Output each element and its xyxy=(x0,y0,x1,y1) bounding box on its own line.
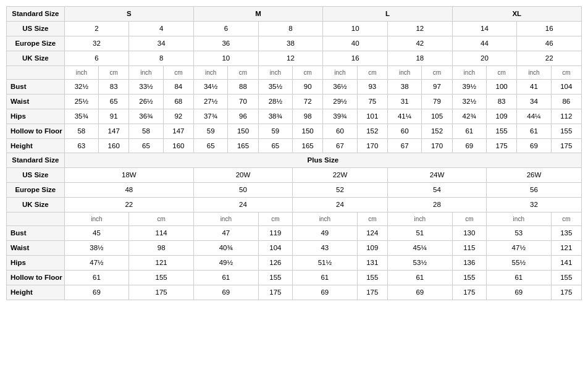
europe-size-label: Europe Size xyxy=(7,36,65,51)
plus-height-cm-0: 175 xyxy=(129,285,194,300)
uk-size-12: 12 xyxy=(258,51,323,65)
inch-label-1: inch xyxy=(64,65,98,79)
plus-bust-inch-0: 45 xyxy=(64,226,129,241)
std-hips-inch-7: 44¼ xyxy=(517,109,551,124)
std-hollow-to-floor-inch-0: 58 xyxy=(64,124,98,138)
plus-measure-label-hollow-to-floor: Hollow to Floor xyxy=(7,271,65,285)
std-waist-cm-3: 72 xyxy=(293,94,323,109)
std-hips-inch-2: 37¾ xyxy=(194,109,228,124)
us-size-12: 12 xyxy=(387,21,452,36)
plus-hollow-to-floor-inch-2: 61 xyxy=(293,271,358,285)
plus-hips-inch-1: 49½ xyxy=(194,256,259,271)
inch-label-8: inch xyxy=(517,65,551,79)
std-waist-cm-5: 79 xyxy=(422,94,452,109)
inch-label-7: inch xyxy=(452,65,486,79)
std-hollow-to-floor-inch-5: 60 xyxy=(387,124,421,138)
std-hips-cm-7: 112 xyxy=(551,109,581,124)
std-bust-inch-6: 39½ xyxy=(452,79,486,94)
std-hips-inch-0: 35¾ xyxy=(64,109,98,124)
plus-bust-inch-3: 51 xyxy=(387,226,452,241)
std-waist-inch-6: 32½ xyxy=(452,94,486,109)
size-table: Standard Size S M L XL US Size 2 4 6 8 1… xyxy=(6,6,582,300)
plus-waist-inch-1: 40¾ xyxy=(194,241,259,256)
std-hollow-to-floor-cm-0: 147 xyxy=(99,124,129,138)
std-bust-cm-5: 97 xyxy=(422,79,452,94)
uk-size-label: UK Size xyxy=(7,51,65,65)
plus-height-cm-2: 175 xyxy=(357,285,387,300)
std-hollow-to-floor-cm-5: 152 xyxy=(422,124,452,138)
std-bust-inch-7: 41 xyxy=(517,79,551,94)
std-waist-cm-0: 65 xyxy=(99,94,129,109)
std-waist-inch-5: 31 xyxy=(387,94,421,109)
plus-waist-cm-2: 109 xyxy=(357,241,387,256)
std-bust-inch-2: 34½ xyxy=(194,79,228,94)
plus-cm-subheader: cm xyxy=(129,212,194,226)
unit-label-std xyxy=(7,65,65,79)
plus-us-26w: 26W xyxy=(486,168,581,183)
std-hips-inch-4: 39¾ xyxy=(323,109,357,124)
std-bust-inch-3: 35½ xyxy=(258,79,292,94)
plus-cm-subheader: cm xyxy=(452,212,486,226)
plus-eu-54: 54 xyxy=(387,183,486,198)
uk-size-22: 22 xyxy=(517,51,582,65)
plus-hollow-to-floor-inch-3: 61 xyxy=(387,271,452,285)
std-hollow-to-floor-inch-3: 59 xyxy=(258,124,292,138)
plus-waist-cm-4: 121 xyxy=(551,241,581,256)
plus-waist-inch-2: 43 xyxy=(293,241,358,256)
std-hollow-to-floor-cm-7: 155 xyxy=(551,124,581,138)
plus-uk-22: 22 xyxy=(64,198,193,212)
plus-uk-24: 24 xyxy=(293,198,388,212)
std-waist-cm-7: 86 xyxy=(551,94,581,109)
std-size-divider-label: Standard Size xyxy=(7,153,65,168)
eu-size-46: 46 xyxy=(517,36,582,51)
std-bust-cm-0: 83 xyxy=(99,79,129,94)
us-size-2: 2 xyxy=(64,21,129,36)
std-hips-cm-0: 91 xyxy=(99,109,129,124)
std-height-inch-6: 69 xyxy=(452,138,486,153)
inch-label-5: inch xyxy=(323,65,357,79)
plus-us-size-label: US Size xyxy=(7,168,65,183)
std-waist-inch-0: 25½ xyxy=(64,94,98,109)
plus-eu-50: 50 xyxy=(194,183,293,198)
std-waist-inch-7: 34 xyxy=(517,94,551,109)
std-hips-inch-1: 36¾ xyxy=(129,109,163,124)
plus-us-20w: 20W xyxy=(194,168,293,183)
size-chart: Standard Size S M L XL US Size 2 4 6 8 1… xyxy=(6,6,582,300)
std-waist-inch-1: 26½ xyxy=(129,94,163,109)
plus-eu-52: 52 xyxy=(293,183,388,198)
std-hips-cm-3: 98 xyxy=(293,109,323,124)
plus-inch-subheader: inch xyxy=(293,212,358,226)
std-waist-inch-4: 29½ xyxy=(323,94,357,109)
plus-hips-cm-3: 136 xyxy=(452,256,486,271)
std-bust-cm-3: 90 xyxy=(293,79,323,94)
cm-label-5: cm xyxy=(357,65,387,79)
std-bust-cm-6: 100 xyxy=(486,79,516,94)
std-height-inch-3: 65 xyxy=(258,138,292,153)
uk-size-6: 6 xyxy=(64,51,129,65)
plus-uk-size-label: UK Size xyxy=(7,198,65,212)
plus-europe-size-label: Europe Size xyxy=(7,183,65,198)
us-size-4: 4 xyxy=(129,21,194,36)
std-hollow-to-floor-inch-2: 59 xyxy=(194,124,228,138)
plus-waist-cm-1: 104 xyxy=(258,241,292,256)
plus-eu-56: 56 xyxy=(486,183,581,198)
std-bust-cm-2: 88 xyxy=(228,79,258,94)
plus-bust-cm-4: 135 xyxy=(551,226,581,241)
cm-label-3: cm xyxy=(228,65,258,79)
std-bust-cm-7: 104 xyxy=(551,79,581,94)
eu-size-40: 40 xyxy=(323,36,388,51)
cm-label-6: cm xyxy=(422,65,452,79)
plus-hollow-to-floor-cm-0: 155 xyxy=(129,271,194,285)
std-height-inch-7: 69 xyxy=(517,138,551,153)
std-bust-inch-1: 33½ xyxy=(129,79,163,94)
std-height-cm-2: 165 xyxy=(228,138,258,153)
std-hollow-to-floor-cm-2: 150 xyxy=(228,124,258,138)
measure-label-height: Height xyxy=(7,138,65,153)
plus-height-cm-3: 175 xyxy=(452,285,486,300)
std-hips-cm-1: 92 xyxy=(163,109,193,124)
plus-inch-subheader: inch xyxy=(64,212,129,226)
plus-waist-inch-3: 45¼ xyxy=(387,241,452,256)
std-waist-inch-2: 27½ xyxy=(194,94,228,109)
plus-measure-label-height: Height xyxy=(7,285,65,300)
cm-label-7: cm xyxy=(486,65,516,79)
